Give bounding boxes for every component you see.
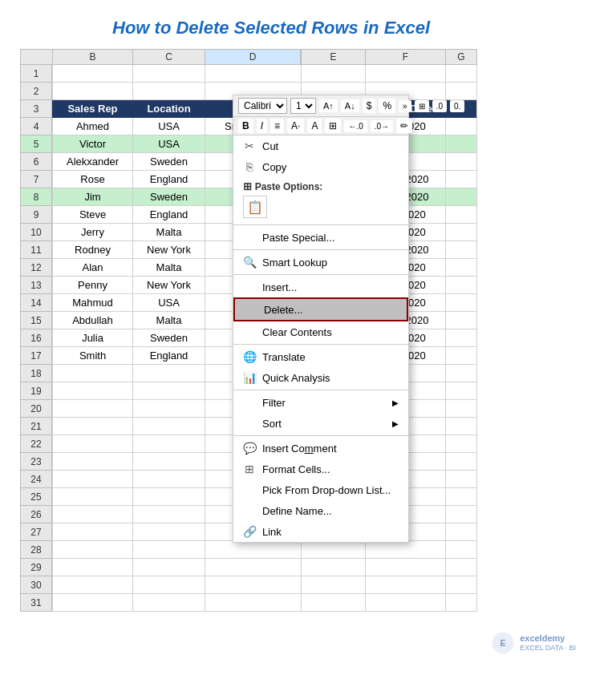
cell-b25[interactable]	[52, 488, 132, 506]
cell-b4[interactable]: Ahmed	[52, 118, 132, 135]
cell-g9[interactable]	[445, 206, 477, 224]
cell-g21[interactable]	[445, 418, 477, 435]
cell-e28[interactable]	[301, 541, 365, 559]
currency-btn[interactable]: $	[363, 99, 376, 113]
cell-g30[interactable]	[445, 576, 477, 594]
cell-c9[interactable]: England	[132, 206, 205, 224]
cell-g4[interactable]	[445, 118, 477, 135]
cell-e1[interactable]	[301, 65, 365, 83]
cell-f1[interactable]	[365, 65, 445, 83]
cell-c3-location[interactable]: Location	[132, 100, 205, 118]
cell-b5[interactable]: Victor	[52, 135, 132, 153]
cell-b21[interactable]	[52, 418, 132, 435]
cell-c24[interactable]	[132, 471, 205, 488]
cell-b30[interactable]	[52, 576, 132, 594]
cell-c8[interactable]: Sweden	[132, 188, 205, 206]
bold-btn[interactable]: B	[238, 119, 253, 133]
cell-g25[interactable]	[445, 488, 477, 506]
ctx-paste-special[interactable]: Paste Special...	[233, 227, 408, 248]
cell-c21[interactable]	[132, 418, 205, 435]
cell-c22[interactable]	[132, 435, 205, 453]
increase-font-btn[interactable]: A↑	[319, 99, 338, 112]
borders2-btn[interactable]: ⊞	[325, 119, 341, 133]
cell-c19[interactable]	[132, 382, 205, 400]
cell-b31[interactable]	[52, 594, 132, 612]
inc-decimal2-btn[interactable]: .0→	[371, 120, 393, 132]
cell-d30[interactable]	[205, 576, 301, 594]
ctx-format-cells[interactable]: ⊞ Format Cells...	[233, 459, 408, 479]
cell-b14[interactable]: Mahmud	[52, 294, 132, 312]
cell-b12[interactable]: Alan	[52, 259, 132, 277]
cell-d29[interactable]	[205, 559, 301, 576]
cell-g5[interactable]	[445, 135, 477, 153]
dec-decimal2-btn[interactable]: ←.0	[344, 120, 367, 132]
cell-c4[interactable]: USA	[132, 118, 205, 135]
cell-b19[interactable]	[52, 382, 132, 400]
cell-b10[interactable]: Jerry	[52, 224, 132, 241]
cell-b23[interactable]	[52, 453, 132, 471]
ctx-quick-analysis[interactable]: 📊 Quick Analysis	[233, 367, 408, 388]
ctx-filter[interactable]: Filter ▶	[233, 392, 408, 413]
align-btn[interactable]: ≡	[270, 119, 284, 133]
cell-d28[interactable]	[205, 541, 301, 559]
font-size-select[interactable]: 14	[290, 98, 316, 114]
cell-g22[interactable]	[445, 435, 477, 453]
cell-g12[interactable]	[445, 259, 477, 277]
font-select[interactable]: Calibri	[238, 98, 287, 114]
comma-btn[interactable]: »	[399, 100, 411, 112]
cell-g17[interactable]	[445, 347, 477, 365]
cell-c13[interactable]: New York	[132, 277, 205, 294]
cell-g16[interactable]	[445, 329, 477, 347]
cell-c17[interactable]: England	[132, 347, 205, 365]
ctx-pick-dropdown[interactable]: Pick From Drop-down List...	[233, 479, 408, 500]
cell-g27[interactable]	[445, 523, 477, 541]
cell-b1[interactable]	[52, 65, 132, 83]
cell-b9[interactable]: Steve	[52, 206, 132, 224]
cell-c20[interactable]	[132, 400, 205, 418]
ctx-copy[interactable]: ⎘ Copy	[233, 156, 408, 177]
cell-f30[interactable]	[365, 576, 445, 594]
cell-c31[interactable]	[132, 594, 205, 612]
cell-b13[interactable]: Penny	[52, 277, 132, 294]
ctx-translate[interactable]: 🌐 Translate	[233, 346, 408, 367]
cell-b29[interactable]	[52, 559, 132, 576]
cell-b28[interactable]	[52, 541, 132, 559]
cell-g2[interactable]	[445, 83, 477, 100]
cell-b26[interactable]	[52, 506, 132, 523]
cell-b7[interactable]: Rose	[52, 171, 132, 188]
cell-b2[interactable]	[52, 83, 132, 100]
cell-g6[interactable]	[445, 153, 477, 171]
cell-b6[interactable]: Alekxander	[52, 153, 132, 171]
cell-f31[interactable]	[365, 594, 445, 612]
cell-c18[interactable]	[132, 365, 205, 382]
paste-icon-box-1[interactable]: 📋	[243, 196, 267, 218]
cell-c28[interactable]	[132, 541, 205, 559]
cell-b20[interactable]	[52, 400, 132, 418]
cell-g23[interactable]	[445, 453, 477, 471]
cell-c5[interactable]: USA	[132, 135, 205, 153]
dec-decimal-btn[interactable]: .0	[432, 100, 447, 112]
fill-color-btn[interactable]: A·	[287, 119, 304, 133]
cell-c15[interactable]: Malta	[132, 312, 205, 329]
ctx-link[interactable]: 🔗 Link	[233, 521, 408, 542]
font-color-btn[interactable]: A	[307, 119, 322, 133]
cell-c1[interactable]	[132, 65, 205, 83]
ctx-define-name[interactable]: Define Name...	[233, 500, 408, 521]
cell-b3-sales-rep[interactable]: Sales Rep	[52, 100, 132, 118]
percent-btn[interactable]: %	[379, 99, 395, 113]
cell-g19[interactable]	[445, 382, 477, 400]
borders-btn[interactable]: ⊞	[415, 100, 429, 112]
cell-c23[interactable]	[132, 453, 205, 471]
cell-c26[interactable]	[132, 506, 205, 523]
cell-b8[interactable]: Jim	[52, 188, 132, 206]
cell-g8[interactable]	[445, 188, 477, 206]
ctx-smart-lookup[interactable]: 🔍 Smart Lookup	[233, 252, 408, 273]
cell-c30[interactable]	[132, 576, 205, 594]
cell-e31[interactable]	[301, 594, 365, 612]
cell-g31[interactable]	[445, 594, 477, 612]
cell-c16[interactable]: Sweden	[132, 329, 205, 347]
cell-b17[interactable]: Smith	[52, 347, 132, 365]
cell-b22[interactable]	[52, 435, 132, 453]
cell-b18[interactable]	[52, 365, 132, 382]
ctx-cut[interactable]: ✂ Cut	[233, 135, 408, 156]
